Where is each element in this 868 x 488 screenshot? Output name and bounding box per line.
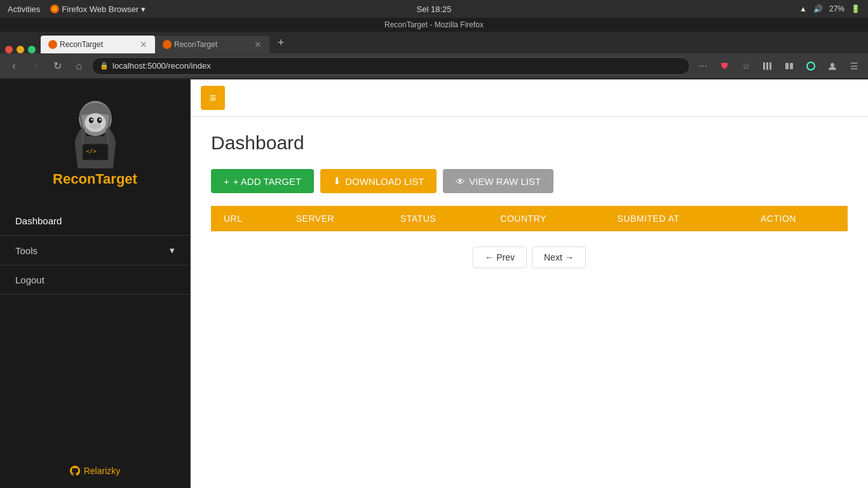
col-server: SERVER bbox=[283, 206, 388, 231]
prev-button[interactable]: ← Prev bbox=[473, 247, 527, 268]
firefox-label[interactable]: Firefox Web Browser ▾ bbox=[50, 4, 146, 14]
browser-title: ReconTarget - Mozilla Firefox bbox=[384, 20, 484, 29]
sidebar-footer: Relarizky bbox=[70, 466, 121, 488]
svg-point-12 bbox=[85, 113, 105, 132]
svg-point-3 bbox=[163, 40, 172, 49]
os-bar-left: Activities Firefox Web Browser ▾ bbox=[8, 4, 146, 14]
maximize-window-btn[interactable] bbox=[28, 46, 36, 53]
volume-icon: 🔊 bbox=[813, 4, 823, 13]
minimize-window-btn[interactable] bbox=[17, 46, 24, 53]
tab-inactive[interactable]: ReconTarget ✕ bbox=[155, 36, 269, 53]
svg-point-1 bbox=[52, 6, 57, 11]
profile-button[interactable] bbox=[824, 57, 841, 75]
dashboard-area: Dashboard + + ADD TARGET ⬇ DOWNLOAD LIST… bbox=[191, 117, 868, 283]
new-tab-button[interactable]: + bbox=[272, 34, 290, 51]
add-target-button[interactable]: + + ADD TARGET bbox=[211, 169, 314, 193]
tab-label-active: ReconTarget bbox=[60, 40, 103, 49]
github-icon bbox=[70, 466, 80, 476]
battery-label: 27% bbox=[829, 4, 844, 13]
tab-active[interactable]: ReconTarget ✕ bbox=[41, 36, 155, 53]
svg-rect-7 bbox=[785, 63, 789, 69]
app-layout: </> ReconTarget Dashboard Tools ▾ Logout bbox=[0, 79, 868, 488]
sidebar-logo: ReconTarget bbox=[53, 171, 137, 187]
pagination: ← Prev Next → bbox=[211, 247, 848, 268]
os-bar-time: Sel 18:25 bbox=[417, 4, 452, 14]
tab-label-inactive: ReconTarget bbox=[174, 40, 217, 49]
data-table: URL SERVER STATUS COUNTRY SUBMITED AT AC… bbox=[211, 206, 848, 231]
svg-point-17 bbox=[89, 123, 100, 129]
col-country: COUNTRY bbox=[487, 206, 604, 231]
back-button[interactable]: ‹ bbox=[5, 57, 23, 75]
content-toolbar: ≡ bbox=[191, 79, 868, 117]
svg-rect-5 bbox=[766, 62, 768, 70]
hamburger-icon: ≡ bbox=[210, 92, 217, 105]
col-url: URL bbox=[211, 206, 283, 231]
svg-point-10 bbox=[831, 63, 834, 67]
bookmark-button[interactable]: ☆ bbox=[737, 57, 755, 75]
footer-text: Relarizky bbox=[84, 466, 121, 476]
address-text: localhost:5000/recon/index bbox=[112, 61, 682, 71]
col-submitted-at: SUBMITED AT bbox=[604, 206, 748, 231]
main-content: ≡ Dashboard + + ADD TARGET ⬇ DOWNLOAD LI… bbox=[191, 79, 868, 488]
dashboard-title: Dashboard bbox=[211, 132, 848, 154]
sidebar-history-button[interactable] bbox=[759, 57, 776, 75]
os-bar: Activities Firefox Web Browser ▾ Sel 18:… bbox=[0, 0, 868, 18]
sidebar-item-tools[interactable]: Tools ▾ bbox=[0, 236, 190, 266]
table-header: URL SERVER STATUS COUNTRY SUBMITED AT AC… bbox=[211, 206, 848, 231]
close-window-btn[interactable] bbox=[5, 46, 13, 53]
svg-rect-6 bbox=[770, 62, 771, 70]
download-list-button[interactable]: ⬇ DOWNLOAD LIST bbox=[320, 169, 437, 193]
extensions-button[interactable] bbox=[802, 57, 820, 75]
title-bar: ReconTarget - Mozilla Firefox bbox=[0, 18, 868, 32]
sidebar: </> ReconTarget Dashboard Tools ▾ Logout bbox=[0, 79, 191, 488]
action-buttons: + + ADD TARGET ⬇ DOWNLOAD LIST 👁 VIEW RA… bbox=[211, 169, 848, 193]
sidebar-nav: Dashboard Tools ▾ Logout bbox=[0, 207, 190, 295]
view-raw-list-button[interactable]: 👁 VIEW RAW LIST bbox=[443, 169, 553, 193]
svg-text:</>: </> bbox=[86, 147, 97, 154]
svg-point-9 bbox=[807, 62, 815, 70]
svg-point-16 bbox=[99, 119, 101, 121]
os-bar-right: ▲ 🔊 27% 🔋 bbox=[799, 4, 860, 13]
col-status: STATUS bbox=[388, 206, 487, 231]
tab-bar: ReconTarget ✕ ReconTarget ✕ + bbox=[0, 32, 868, 53]
reader-view-button[interactable] bbox=[780, 57, 798, 75]
download-icon: ⬇ bbox=[333, 175, 341, 187]
sidebar-item-logout[interactable]: Logout bbox=[0, 266, 190, 295]
svg-point-2 bbox=[48, 40, 57, 49]
nav-tools: ⋯ ☆ ☰ bbox=[694, 57, 863, 75]
menu-button[interactable]: ☰ bbox=[845, 57, 863, 75]
forward-button[interactable]: › bbox=[27, 57, 44, 75]
address-bar[interactable]: 🔒 localhost:5000/recon/index bbox=[92, 57, 690, 75]
eye-icon: 👁 bbox=[456, 176, 465, 187]
pocket-button[interactable] bbox=[715, 57, 733, 75]
home-button[interactable]: ⌂ bbox=[70, 57, 88, 75]
reload-button[interactable]: ↻ bbox=[48, 57, 66, 75]
next-button[interactable]: Next → bbox=[532, 247, 586, 268]
sidebar-item-dashboard[interactable]: Dashboard bbox=[0, 207, 190, 236]
hamburger-button[interactable]: ≡ bbox=[201, 86, 225, 110]
browser-chrome: ReconTarget - Mozilla Firefox ReconTarge… bbox=[0, 18, 868, 79]
nav-bar: ‹ › ↻ ⌂ 🔒 localhost:5000/recon/index ⋯ ☆ bbox=[0, 53, 868, 79]
tab-close-inactive[interactable]: ✕ bbox=[254, 39, 262, 50]
plus-icon: + bbox=[224, 176, 229, 187]
avatar: </> bbox=[64, 92, 127, 171]
svg-rect-4 bbox=[763, 62, 765, 70]
lock-icon: 🔒 bbox=[100, 62, 109, 70]
wifi-icon: ▲ bbox=[799, 4, 807, 13]
tab-close-active[interactable]: ✕ bbox=[140, 39, 147, 50]
battery-icon: 🔋 bbox=[851, 4, 860, 13]
chevron-down-icon: ▾ bbox=[170, 245, 175, 256]
col-action: ACTION bbox=[748, 206, 848, 231]
svg-point-15 bbox=[91, 119, 93, 121]
svg-rect-8 bbox=[790, 63, 793, 69]
activities-label[interactable]: Activities bbox=[8, 4, 40, 14]
more-options-button[interactable]: ⋯ bbox=[694, 57, 712, 75]
